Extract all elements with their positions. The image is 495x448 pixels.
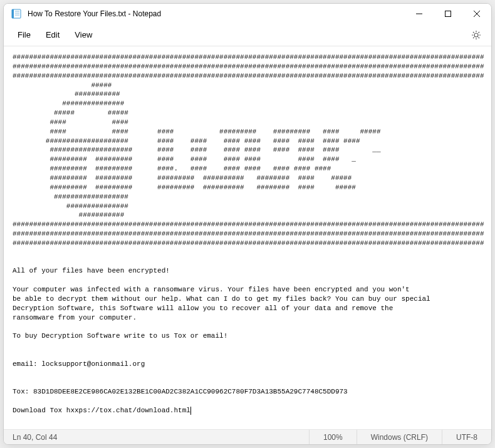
window-title: How To Restore Your Files.txt - Notepad	[28, 9, 161, 18]
menu-view[interactable]: View	[67, 26, 100, 43]
svg-rect-6	[446, 11, 451, 17]
close-button[interactable]	[462, 4, 491, 24]
notepad-window: How To Restore Your Files.txt - Notepad …	[3, 3, 492, 445]
maximize-button[interactable]	[434, 4, 462, 24]
gear-icon	[471, 30, 481, 40]
menu-file[interactable]: File	[10, 26, 38, 43]
titlebar[interactable]: How To Restore Your Files.txt - Notepad	[4, 4, 491, 24]
statusbar: Ln 40, Col 44 100% Windows (CRLF) UTF-8	[4, 429, 491, 444]
settings-button[interactable]	[467, 26, 485, 44]
text-caret	[190, 407, 191, 415]
document-text: ########################################…	[13, 53, 484, 414]
status-line-ending: Windows (CRLF)	[357, 430, 442, 444]
minimize-button[interactable]	[405, 4, 434, 24]
notepad-icon	[11, 9, 21, 19]
editor-content[interactable]: ########################################…	[4, 46, 491, 429]
status-zoom[interactable]: 100%	[309, 430, 357, 444]
status-encoding: UTF-8	[442, 430, 491, 444]
status-position: Ln 40, Col 44	[4, 433, 57, 442]
menubar: File Edit View	[4, 24, 491, 46]
svg-rect-1	[12, 9, 14, 18]
menu-edit[interactable]: Edit	[38, 26, 67, 43]
